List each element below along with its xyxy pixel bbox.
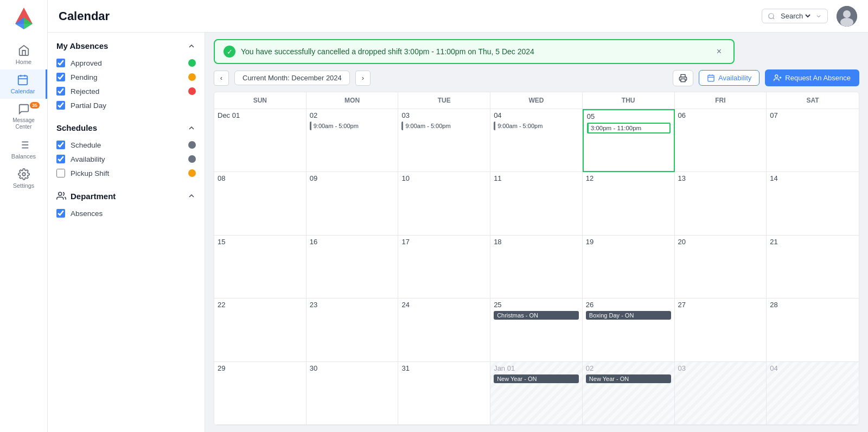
cal-cell-w1-d6[interactable]: 14 <box>767 172 859 235</box>
pickup-shift-checkbox[interactable] <box>56 169 65 177</box>
header-fri: FRI <box>675 92 767 109</box>
calendar-grid: SUN MON TUE WED THU FRI SAT Dec 01029:00… <box>214 92 859 425</box>
cal-cell-w3-d3[interactable]: 25Christmas - ON <box>490 298 583 361</box>
cal-cell-w0-d2[interactable]: 039:00am - 5:00pm <box>398 109 490 172</box>
avatar[interactable] <box>837 6 857 27</box>
sidebar-item-settings-label: Settings <box>13 182 35 189</box>
holiday-badge: New Year - ON <box>494 374 579 383</box>
cal-cell-w3-d0[interactable]: 22 <box>214 298 307 361</box>
sidebar-item-calendar[interactable]: Calendar <box>0 69 47 99</box>
filter-approved: Approved <box>56 56 196 70</box>
day-number: 30 <box>310 364 395 372</box>
cal-cell-w3-d5[interactable]: 27 <box>675 298 767 361</box>
prev-month-button[interactable]: ‹ <box>214 71 229 86</box>
request-absence-button[interactable]: Request An Absence <box>765 69 859 86</box>
availability-label: Availability <box>71 155 105 163</box>
cal-cell-w3-d2[interactable]: 24 <box>398 298 490 361</box>
schedules-header[interactable]: Schedules <box>56 123 196 132</box>
calendar-header: SUN MON TUE WED THU FRI SAT <box>214 92 859 109</box>
department-header[interactable]: Department <box>56 191 196 201</box>
toast-close-button[interactable]: × <box>713 46 725 58</box>
shift-event[interactable]: 3:00pm - 11:00pm <box>587 123 671 134</box>
pending-dot <box>188 73 196 81</box>
rejected-dot <box>188 87 196 95</box>
my-absences-items: Approved Pending Rejected <box>56 56 196 112</box>
schedules-title: Schedules <box>56 123 97 132</box>
day-number: 06 <box>678 111 763 119</box>
cal-cell-w2-d3[interactable]: 18 <box>490 236 583 298</box>
cal-cell-w4-d5[interactable]: 03 <box>675 362 767 425</box>
cal-cell-w1-d3[interactable]: 11 <box>490 172 583 235</box>
sidebar-item-message-center[interactable]: 35 MessageCenter <box>0 99 47 135</box>
pickup-shift-label: Pickup Shift <box>71 169 109 177</box>
filter-absences: Absences <box>56 206 196 220</box>
holiday-badge: Christmas - ON <box>494 311 579 320</box>
cal-cell-w2-d4[interactable]: 19 <box>583 236 675 298</box>
sidebar-item-settings[interactable]: Settings <box>0 164 47 193</box>
schedule-label: Schedule <box>71 141 101 149</box>
department-items: Absences <box>56 206 196 220</box>
filter-availability: Availability <box>56 152 196 166</box>
shift-event[interactable]: 9:00am - 5:00pm <box>494 122 579 130</box>
cal-cell-w4-d2[interactable]: 31 <box>398 362 490 425</box>
cal-cell-w1-d5[interactable]: 13 <box>675 172 767 235</box>
search-dropdown[interactable]: Search <box>778 11 812 21</box>
partial-day-label: Partial Day <box>71 101 106 110</box>
next-month-button[interactable]: › <box>355 71 371 86</box>
approved-checkbox[interactable] <box>56 59 65 67</box>
cal-cell-w2-d6[interactable]: 21 <box>767 236 859 298</box>
print-button[interactable] <box>673 70 693 86</box>
shift-event[interactable]: 9:00am - 5:00pm <box>401 122 487 130</box>
cal-cell-w0-d1[interactable]: 029:00am - 5:00pm <box>307 109 399 172</box>
cal-cell-w0-d5[interactable]: 06 <box>675 109 767 172</box>
my-absences-header[interactable]: My Absences <box>56 41 196 50</box>
sidebar-item-balances[interactable]: Balances <box>0 135 47 164</box>
svg-line-15 <box>773 17 775 19</box>
day-number: 03 <box>678 364 763 372</box>
department-collapse-icon <box>187 192 196 200</box>
cal-cell-w2-d1[interactable]: 16 <box>307 236 399 298</box>
schedule-checkbox[interactable] <box>56 141 65 149</box>
svg-rect-3 <box>18 76 28 85</box>
absences-checkbox[interactable] <box>56 209 65 218</box>
cal-cell-w4-d0[interactable]: 29 <box>214 362 307 425</box>
cal-cell-w0-d6[interactable]: 07 <box>767 109 859 172</box>
day-number: 19 <box>586 238 671 246</box>
sidebar-item-home[interactable]: Home <box>0 40 47 69</box>
cal-cell-w2-d0[interactable]: 15 <box>214 236 307 298</box>
cal-cell-w3-d6[interactable]: 28 <box>767 298 859 361</box>
search-container[interactable]: Search <box>762 9 828 23</box>
cal-cell-w2-d2[interactable]: 17 <box>398 236 490 298</box>
cal-cell-w2-d5[interactable]: 20 <box>675 236 767 298</box>
schedule-dot <box>188 141 196 149</box>
day-number: 27 <box>678 301 763 309</box>
partial-day-checkbox[interactable] <box>56 101 65 110</box>
balances-icon <box>18 139 30 151</box>
shift-event[interactable]: 9:00am - 5:00pm <box>310 122 395 130</box>
filter-schedule: Schedule <box>56 138 196 152</box>
day-number: 15 <box>218 238 303 246</box>
pending-label: Pending <box>71 73 98 81</box>
sidebar-item-balances-label: Balances <box>11 153 36 160</box>
cal-cell-w1-d0[interactable]: 08 <box>214 172 307 235</box>
cal-cell-w1-d1[interactable]: 09 <box>307 172 399 235</box>
cal-cell-w0-d3[interactable]: 049:00am - 5:00pm <box>490 109 583 172</box>
cal-cell-w0-d4[interactable]: 053:00pm - 11:00pm <box>583 109 675 172</box>
cal-cell-w3-d1[interactable]: 23 <box>307 298 399 361</box>
cal-cell-w4-d3[interactable]: Jan 01New Year - ON <box>490 362 583 425</box>
day-number: 28 <box>770 301 856 309</box>
cal-cell-w3-d4[interactable]: 26Boxing Day - ON <box>583 298 675 361</box>
cal-cell-w1-d4[interactable]: 12 <box>583 172 675 235</box>
cal-cell-w1-d2[interactable]: 10 <box>398 172 490 235</box>
user-avatar-icon <box>837 6 857 27</box>
cal-cell-w4-d1[interactable]: 30 <box>307 362 399 425</box>
rejected-checkbox[interactable] <box>56 87 65 96</box>
current-month-button[interactable]: Current Month: December 2024 <box>234 71 350 85</box>
cal-cell-w4-d6[interactable]: 04 <box>767 362 859 425</box>
calendar-toolbar: ‹ Current Month: December 2024 › Availab… <box>214 69 859 86</box>
availability-button[interactable]: Availability <box>699 70 760 86</box>
cal-cell-w4-d4[interactable]: 02New Year - ON <box>583 362 675 425</box>
pending-checkbox[interactable] <box>56 73 65 81</box>
availability-checkbox[interactable] <box>56 155 65 163</box>
cal-cell-w0-d0[interactable]: Dec 01 <box>214 109 307 172</box>
